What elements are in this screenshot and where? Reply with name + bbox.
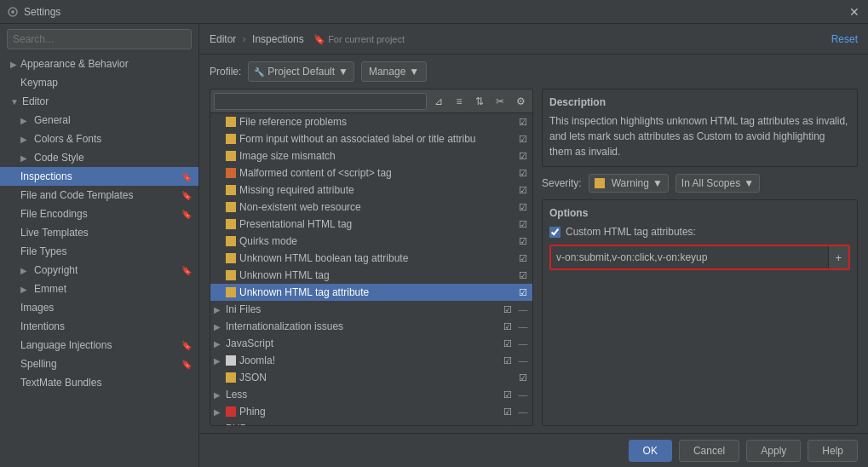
insp-item-image-size[interactable]: Image size mismatch ☑ xyxy=(210,147,532,164)
sidebar-item-general[interactable]: ▶ General xyxy=(0,111,198,130)
reset-button[interactable]: Reset xyxy=(831,33,858,45)
checkbox-icon[interactable]: ☑ xyxy=(517,252,529,264)
sidebar-item-label: Live Templates xyxy=(20,227,89,239)
checkbox-icon[interactable]: ☑ xyxy=(517,150,529,162)
checkbox-icon[interactable]: ☑ xyxy=(502,320,514,332)
sidebar-item-live-templates[interactable]: Live Templates xyxy=(0,223,198,242)
dash-icon: — xyxy=(517,423,529,425)
sort-button[interactable]: ≡ xyxy=(451,93,468,110)
insp-item-label: Image size mismatch xyxy=(239,150,514,162)
sidebar-item-label: Intentions xyxy=(20,320,65,332)
sidebar-item-intentions[interactable]: Intentions xyxy=(0,317,198,336)
sidebar-item-spelling[interactable]: Spelling 🔖 xyxy=(0,355,198,373)
gear-button[interactable]: ⚙ xyxy=(512,93,529,110)
insp-item-html-tag[interactable]: Unknown HTML tag ☑ xyxy=(210,267,532,284)
insp-item-quirks[interactable]: Quirks mode ☑ xyxy=(210,233,532,250)
expand-arrow-icon: ▼ xyxy=(214,424,226,426)
profile-label: Profile: xyxy=(210,66,241,78)
insp-item-missing-attr[interactable]: Missing required attribute ☑ xyxy=(210,182,532,199)
insp-item-i18n[interactable]: ▶ Internationalization issues ☑ — xyxy=(210,318,532,335)
sidebar-item-inspections[interactable]: Inspections 🔖 xyxy=(0,167,198,186)
insp-item-malformed[interactable]: Malformed content of <script> tag ☑ xyxy=(210,164,532,182)
severity-color-box xyxy=(226,185,236,195)
expand-arrow-icon: ▶ xyxy=(214,407,226,417)
sidebar-item-file-encodings[interactable]: File Encodings 🔖 xyxy=(0,205,198,223)
severity-label: Severity: xyxy=(542,177,582,189)
chevron-down-icon: ▼ xyxy=(652,177,663,189)
checkbox-icon[interactable]: ☑ xyxy=(517,269,529,281)
custom-attrs-label: Custom HTML tag attributes: xyxy=(566,226,696,238)
insp-item-javascript[interactable]: ▶ JavaScript ☑ — xyxy=(210,335,532,352)
sidebar-item-emmet[interactable]: ▶ Emmet xyxy=(0,280,198,298)
checkbox-icon[interactable]: ☑ xyxy=(502,303,514,315)
checkbox-icon[interactable]: ☑ xyxy=(517,133,529,145)
profile-dropdown[interactable]: 🔧 Project Default ▼ xyxy=(248,61,354,82)
sidebar-item-language-injections[interactable]: Language Injections 🔖 xyxy=(0,336,198,355)
insp-item-joomla[interactable]: ▶ Joomla! ☑ — xyxy=(210,352,532,369)
sidebar-item-label: Code Style xyxy=(34,152,84,164)
checkbox-icon[interactable]: ☑ xyxy=(502,337,514,349)
checkbox-icon[interactable]: ☑ xyxy=(502,355,514,366)
insp-item-non-exist[interactable]: Non-existent web resource ☑ xyxy=(210,199,532,216)
insp-item-presentational[interactable]: Presentational HTML tag ☑ xyxy=(210,216,532,233)
sidebar-item-images[interactable]: Images xyxy=(0,298,198,317)
checkbox-icon[interactable]: ☑ xyxy=(502,423,514,425)
severity-dropdown[interactable]: Warning ▼ xyxy=(589,174,669,193)
sidebar-item-label: Colors & Fonts xyxy=(34,133,101,145)
sidebar: ▶ Appearance & Behavior Keymap ▼ Editor … xyxy=(0,24,199,467)
insp-item-file-ref[interactable]: File reference problems ☑ xyxy=(210,113,532,130)
inspections-search-input[interactable] xyxy=(218,96,423,107)
checkbox-icon[interactable]: ☑ xyxy=(502,406,514,418)
insp-item-label: Ini Files xyxy=(226,303,498,315)
checkbox-icon[interactable]: ☑ xyxy=(517,116,529,128)
manage-button[interactable]: Manage ▼ xyxy=(361,61,427,82)
insp-item-ini-files[interactable]: ▶ Ini Files ☑ — xyxy=(210,301,532,318)
checkbox-icon[interactable]: ☑ xyxy=(517,218,529,230)
insp-item-json[interactable]: JSON ☑ xyxy=(210,369,532,386)
custom-attrs-input[interactable] xyxy=(551,246,828,268)
apply-button[interactable]: Apply xyxy=(746,440,801,462)
sidebar-search-input[interactable] xyxy=(13,33,186,45)
insp-item-php[interactable]: ▼ PHP ☑ — xyxy=(210,420,532,425)
cut-button[interactable]: ✂ xyxy=(491,93,509,110)
sidebar-item-editor[interactable]: ▼ Editor xyxy=(0,92,198,111)
checkbox-icon[interactable]: ☑ xyxy=(517,235,529,247)
sidebar-item-appearance[interactable]: ▶ Appearance & Behavior xyxy=(0,55,198,73)
sidebar-item-file-code-templates[interactable]: File and Code Templates 🔖 xyxy=(0,186,198,205)
checkbox-icon[interactable]: ☑ xyxy=(517,372,529,383)
checkbox-icon[interactable]: ☑ xyxy=(517,286,529,298)
insp-item-label: Phing xyxy=(239,406,498,418)
insp-item-less[interactable]: ▶ Less ☑ — xyxy=(210,386,532,403)
sidebar-search-box[interactable] xyxy=(7,29,192,49)
expand-arrow-icon: ▶ xyxy=(214,339,226,349)
sidebar-item-colors-fonts[interactable]: ▶ Colors & Fonts xyxy=(0,130,198,148)
file-icon: 🔖 xyxy=(181,266,192,275)
custom-attrs-checkbox[interactable] xyxy=(549,227,560,238)
sidebar-item-file-types[interactable]: File Types xyxy=(0,242,198,261)
insp-item-form-input[interactable]: Form input without an associated label o… xyxy=(210,130,532,147)
checkbox-icon[interactable]: ☑ xyxy=(517,184,529,196)
ok-button[interactable]: OK xyxy=(629,440,672,462)
scope-dropdown[interactable]: In All Scopes ▼ xyxy=(675,174,760,193)
help-button[interactable]: Help xyxy=(808,440,858,462)
insp-item-html-tag-attr[interactable]: Unknown HTML tag attribute ☑ xyxy=(210,284,532,301)
sidebar-item-label: File Types xyxy=(20,245,66,257)
filter-button[interactable]: ⊿ xyxy=(430,93,447,110)
insp-item-bool-attr[interactable]: Unknown HTML boolean tag attribute ☑ xyxy=(210,250,532,267)
close-button[interactable]: ✕ xyxy=(848,5,861,19)
checkbox-icon[interactable]: ☑ xyxy=(517,201,529,213)
sidebar-item-copyright[interactable]: ▶ Copyright 🔖 xyxy=(0,261,198,280)
insp-item-phing[interactable]: ▶ Phing ☑ — xyxy=(210,403,532,420)
arrow-icon: ▼ xyxy=(10,97,19,107)
sidebar-item-code-style[interactable]: ▶ Code Style xyxy=(0,148,198,167)
checkbox-icon[interactable]: ☑ xyxy=(517,167,529,179)
sidebar-item-keymap[interactable]: Keymap xyxy=(0,73,198,92)
expand-arrow-icon: ▶ xyxy=(214,390,226,400)
add-attr-button[interactable]: + xyxy=(828,246,848,268)
checkbox-icon[interactable]: ☑ xyxy=(502,389,514,401)
sidebar-item-textmate-bundles[interactable]: TextMate Bundles xyxy=(0,373,198,392)
cancel-button[interactable]: Cancel xyxy=(679,440,739,462)
inspections-search-box[interactable] xyxy=(214,93,427,110)
dash-icon: — xyxy=(517,389,529,401)
expand-button[interactable]: ⇅ xyxy=(471,93,488,110)
